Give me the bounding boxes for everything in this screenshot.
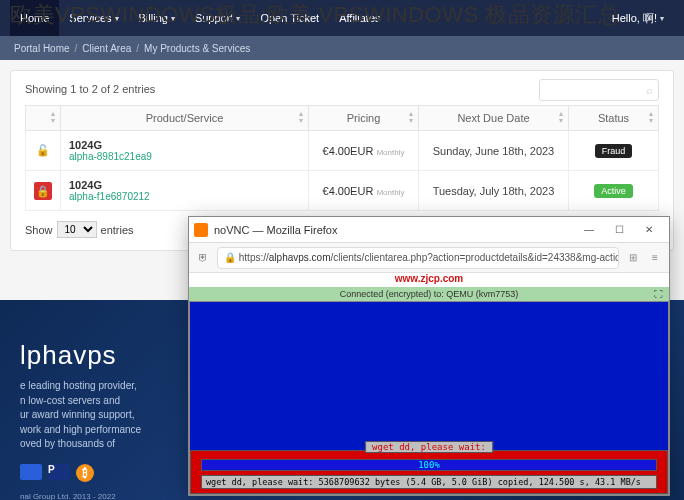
payment-card-icon <box>20 464 42 480</box>
lock-open-icon: 🔓 <box>36 144 50 156</box>
progress-bar: 100% <box>201 459 657 471</box>
col-product-label: Product/Service <box>146 112 224 124</box>
sort-icon: ▴▾ <box>409 110 413 124</box>
col-status-label: Status <box>598 112 629 124</box>
footer-logo-b: vps <box>73 340 116 370</box>
breadcrumb-client-area[interactable]: Client Area <box>82 43 131 54</box>
address-bar[interactable]: 🔒 https://alphavps.com/clients/clientare… <box>217 247 619 269</box>
url-scheme: https:// <box>239 252 269 263</box>
status-badge: Active <box>594 184 633 198</box>
footer-tagline: e leading hosting provider, n low-cost s… <box>20 379 210 452</box>
breadcrumb-sep: / <box>75 43 78 54</box>
window-title: noVNC — Mozilla Firefox <box>214 224 574 236</box>
watermark-text: www.zjcp.com <box>189 273 669 287</box>
lock-icon: 🔒 <box>224 252 236 263</box>
status-badge: Fraud <box>595 144 633 158</box>
window-minimize-button[interactable]: — <box>574 219 604 241</box>
sort-icon: ▴▾ <box>649 110 653 124</box>
table-row[interactable]: 🔒1024Galpha-f1e6870212€4.00EUR MonthlyTu… <box>26 171 659 211</box>
firefox-favicon <box>194 223 208 237</box>
shield-icon[interactable]: ⛨ <box>195 252 211 263</box>
paypal-icon: P <box>48 464 70 480</box>
vnc-status-bar: Connected (encrypted) to: QEMU (kvm7753)… <box>189 287 669 301</box>
lock-closed-icon: 🔒 <box>34 182 52 200</box>
extension-icon[interactable]: ⊞ <box>625 252 641 263</box>
product-name: 1024G <box>69 139 300 151</box>
vnc-dialog: wget dd, please wait: 100% wget dd, plea… <box>190 450 668 494</box>
due-date: Sunday, June 18th, 2023 <box>433 145 555 157</box>
url-domain: alphavps.com <box>269 252 331 263</box>
fullscreen-icon[interactable]: ⛶ <box>654 287 663 301</box>
vnc-output-text: wget dd, please wait: 5368709632 bytes (… <box>201 475 657 489</box>
bitcoin-icon: ₿ <box>76 464 94 482</box>
menu-icon[interactable]: ≡ <box>647 252 663 263</box>
browser-toolbar: ⛨ 🔒 https://alphavps.com/clients/clienta… <box>189 243 669 273</box>
product-name: 1024G <box>69 179 300 191</box>
breadcrumb-current: My Products & Services <box>144 43 250 54</box>
chevron-down-icon: ▾ <box>660 14 664 23</box>
col-due[interactable]: Next Due Date▴▾ <box>419 106 569 131</box>
col-due-label: Next Due Date <box>457 112 529 124</box>
chevron-down-icon: ▾ <box>236 14 240 23</box>
footer-logo-a: lpha <box>20 340 73 370</box>
show-label-pre: Show <box>25 224 53 236</box>
col-product[interactable]: Product/Service▴▾ <box>61 106 309 131</box>
products-table: ▴▾ Product/Service▴▾ Pricing▴▾ Next Due … <box>25 105 659 211</box>
col-status[interactable]: Status▴▾ <box>569 106 659 131</box>
price-amount: €4.00EUR <box>323 185 374 197</box>
breadcrumb-portal-home[interactable]: Portal Home <box>14 43 70 54</box>
col-pricing-label: Pricing <box>347 112 381 124</box>
window-close-button[interactable]: ✕ <box>634 219 664 241</box>
progress-fill: 100% <box>202 460 656 470</box>
window-maximize-button[interactable]: ☐ <box>604 219 634 241</box>
breadcrumb-sep: / <box>136 43 139 54</box>
due-date: Tuesday, July 18th, 2023 <box>433 185 555 197</box>
window-titlebar[interactable]: noVNC — Mozilla Firefox — ☐ ✕ <box>189 217 669 243</box>
price-period: Monthly <box>376 148 404 157</box>
col-pricing[interactable]: Pricing▴▾ <box>309 106 419 131</box>
entries-select[interactable]: 10 <box>57 221 97 238</box>
product-hostname[interactable]: alpha-8981c21ea9 <box>69 151 300 162</box>
search-input[interactable]: ⌕ <box>539 79 659 101</box>
table-row[interactable]: 🔓1024Galpha-8981c21ea9€4.00EUR MonthlySu… <box>26 131 659 171</box>
url-path: /clients/clientarea.php?action=productde… <box>331 252 620 263</box>
show-label-post: entries <box>101 224 134 236</box>
col-icon[interactable]: ▴▾ <box>26 106 61 131</box>
sort-icon: ▴▾ <box>559 110 563 124</box>
chevron-down-icon: ▾ <box>171 14 175 23</box>
price-period: Monthly <box>376 188 404 197</box>
firefox-window: noVNC — Mozilla Firefox — ☐ ✕ ⛨ 🔒 https:… <box>188 216 670 496</box>
vnc-dialog-title: wget dd, please wait: <box>365 441 493 453</box>
sort-icon: ▴▾ <box>51 110 55 124</box>
breadcrumb: Portal Home / Client Area / My Products … <box>0 36 684 60</box>
price-amount: €4.00EUR <box>323 145 374 157</box>
sort-icon: ▴▾ <box>299 110 303 124</box>
product-hostname[interactable]: alpha-f1e6870212 <box>69 191 300 202</box>
vnc-screen[interactable]: wget dd, please wait: 100% wget dd, plea… <box>189 301 669 495</box>
chevron-down-icon: ▾ <box>115 14 119 23</box>
vnc-status-text: Connected (encrypted) to: QEMU (kvm7753) <box>340 289 519 299</box>
page-overlay-title: 欧美VPSWINDOWS极品;欧美 VPSWINDOWS 极品资源汇总 <box>10 0 620 30</box>
search-icon: ⌕ <box>646 84 653 96</box>
